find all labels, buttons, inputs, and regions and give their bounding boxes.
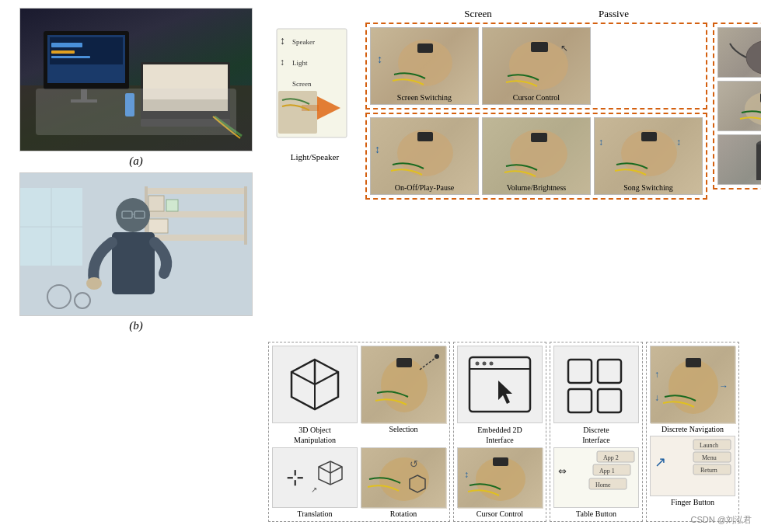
svg-rect-30 xyxy=(112,232,155,294)
svg-text:⇔: ⇔ xyxy=(558,465,567,477)
photo-a-container: (a) xyxy=(12,8,260,168)
passive-device-svg xyxy=(718,135,761,185)
discrete-nav-label: Discrete Navigation xyxy=(662,425,724,433)
svg-rect-102 xyxy=(568,360,592,383)
ar-cursor-label: Cursor Control xyxy=(476,509,523,518)
svg-rect-15 xyxy=(145,188,246,194)
rotation-hand-cell: ↺ xyxy=(361,447,446,508)
rotation-svg: ↺ xyxy=(361,448,447,509)
cursor-control-label: Cursor Control xyxy=(483,93,590,102)
svg-rect-0 xyxy=(20,85,252,151)
photo-b xyxy=(19,172,253,316)
svg-rect-4 xyxy=(51,43,82,47)
passive-mouse-svg xyxy=(718,28,761,78)
passive-ring-svg xyxy=(718,82,761,131)
top-diagram-area: Screen Passive ↕ Speaker ↕ xyxy=(268,8,761,200)
3d-obj-icon-cell xyxy=(272,346,358,423)
onoff-cell: ↕ On-Off/Play-Pause xyxy=(370,117,479,195)
discrete-iface-wrapper: DiscreteInterface xyxy=(553,346,639,445)
svg-rect-104 xyxy=(568,389,592,412)
desk-scene-svg xyxy=(20,8,252,151)
svg-rect-57 xyxy=(531,133,547,142)
svg-rect-22 xyxy=(148,219,168,233)
svg-text:↕: ↕ xyxy=(377,54,382,65)
3d-obj-label: 3D ObjectManipulation xyxy=(294,425,336,445)
svg-text:↕: ↕ xyxy=(375,144,380,155)
svg-rect-60 xyxy=(641,132,657,141)
ar-group-discrete: DiscreteInterface App 2 App 1 ⇔ H xyxy=(550,342,643,522)
svg-text:⊹: ⊹ xyxy=(286,465,304,489)
ar-group-embedded: Embedded 2DInterface ↕ Cur xyxy=(453,342,546,522)
photo-a xyxy=(19,8,253,151)
svg-rect-53 xyxy=(417,132,433,141)
passive-area xyxy=(713,23,761,190)
embedded-2d-svg xyxy=(466,353,534,416)
svg-text:↕: ↕ xyxy=(599,137,603,148)
svg-rect-103 xyxy=(598,360,621,383)
discrete-iface-label: DiscreteInterface xyxy=(582,425,610,445)
selection-cell-wrapper: Selection xyxy=(361,346,446,445)
svg-line-86 xyxy=(319,467,330,473)
svg-rect-6 xyxy=(51,56,90,58)
center-diagrams: ↕ Screen Switching xyxy=(365,23,707,200)
discrete-iface-svg xyxy=(562,353,630,416)
ar-cursor-cell-wrapper: ↕ Cursor Control xyxy=(457,447,543,518)
svg-rect-115 xyxy=(686,358,701,367)
finger-button-cell: Launch Menu Return ↗ xyxy=(650,436,735,496)
svg-text:↕: ↕ xyxy=(280,57,285,68)
svg-text:↖: ↖ xyxy=(560,43,568,54)
screen-section-label: Screen xyxy=(365,8,591,20)
svg-rect-19 xyxy=(244,186,247,245)
finger-button-label: Finger Button xyxy=(671,498,714,506)
svg-marker-97 xyxy=(498,381,512,404)
svg-text:↺: ↺ xyxy=(410,458,418,470)
svg-text:→: → xyxy=(719,381,728,391)
page-layout: (a) xyxy=(12,8,749,532)
svg-text:App 1: App 1 xyxy=(599,468,615,475)
svg-rect-20 xyxy=(148,196,164,211)
3d-obj-cell-wrapper: 3D ObjectManipulation xyxy=(272,346,358,445)
svg-rect-100 xyxy=(493,457,508,466)
svg-text:↕: ↕ xyxy=(280,35,285,47)
svg-text:Menu: Menu xyxy=(702,454,717,461)
ar-cursor-svg: ↕ xyxy=(458,448,543,509)
discrete-nav-svg: ↑ → ↓ xyxy=(651,346,736,424)
bottom-section: 3D ObjectManipulation xyxy=(12,342,749,522)
finger-button-svg: Launch Menu Return ↗ xyxy=(651,436,735,496)
translation-cell-wrapper: ⊹ ↗ Translation xyxy=(272,447,358,518)
svg-rect-45 xyxy=(417,43,433,53)
screen-row-dashed: ↕ Screen Switching xyxy=(365,23,707,110)
cursor-control-cell: ↖ Cursor Control xyxy=(482,27,591,105)
watermark: CSDN @刘泓君 xyxy=(691,514,752,526)
ar-scene-svg xyxy=(20,172,252,316)
discrete-nav-hand-cell: ↑ → ↓ xyxy=(650,346,735,423)
svg-text:↗: ↗ xyxy=(655,454,666,470)
svg-text:Speaker: Speaker xyxy=(292,38,315,46)
table-button-cell-wrapper: App 2 App 1 ⇔ Home Table Button xyxy=(553,447,639,518)
svg-text:Launch: Launch xyxy=(700,442,718,449)
svg-rect-11 xyxy=(143,64,228,99)
left-arrow-panel: ↕ Speaker ↕ Light Screen xyxy=(268,23,361,200)
embedded-2d-cell-wrapper: Embedded 2DInterface xyxy=(457,346,543,445)
photo-b-label: (b) xyxy=(129,319,143,332)
ar-section: 3D ObjectManipulation xyxy=(268,342,739,522)
svg-point-94 xyxy=(476,362,480,366)
svg-text:Home: Home xyxy=(595,482,611,489)
svg-line-85 xyxy=(330,467,342,473)
svg-rect-49 xyxy=(531,42,548,52)
table-button-cell: App 2 App 1 ⇔ Home xyxy=(553,447,639,508)
table-button-label: Table Button xyxy=(576,509,616,518)
rotation-label: Rotation xyxy=(390,509,417,518)
song-switching-cell: ↕ ↕ Song Switching xyxy=(594,117,703,195)
svg-text:↗: ↗ xyxy=(311,485,317,494)
audio-row-dashed: ↕ On-Off/Play-Pause xyxy=(365,113,707,200)
passive-cell-3 xyxy=(717,134,761,185)
rotation-cell-wrapper: ↺ Rotation xyxy=(361,447,446,518)
volume-cell: Volume/Brightness xyxy=(482,117,591,195)
ar-group-3d: 3D ObjectManipulation xyxy=(268,342,450,522)
discrete-iface-icon-cell xyxy=(553,346,639,423)
svg-rect-21 xyxy=(166,200,178,211)
svg-text:Screen: Screen xyxy=(292,80,312,88)
selection-label: Selection xyxy=(389,425,417,433)
embedded-2d-icon-cell xyxy=(457,346,543,423)
